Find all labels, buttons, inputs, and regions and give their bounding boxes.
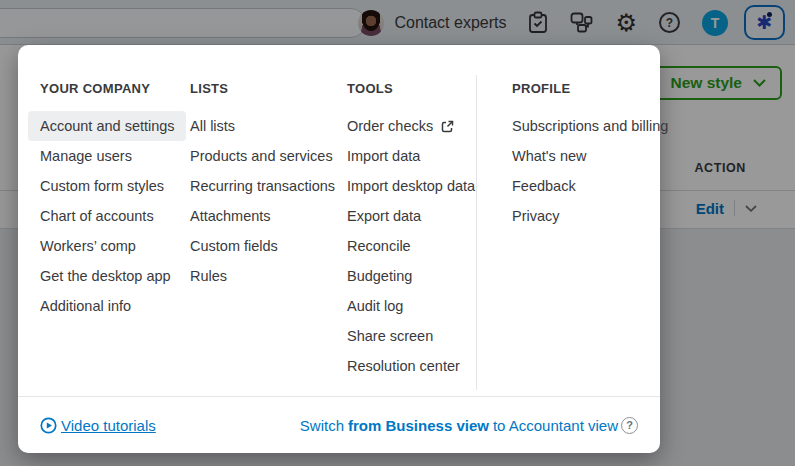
column-title: YOUR COMPANY xyxy=(28,81,186,97)
menu-item-reconcile[interactable]: Reconcile xyxy=(335,231,485,261)
menu-item-share-screen[interactable]: Share screen xyxy=(335,321,485,351)
menu-item-recurring-transactions[interactable]: Recurring transactions xyxy=(178,171,338,201)
menu-item-workers-comp[interactable]: Workers’ comp xyxy=(28,231,186,261)
menu-item-resolution-center[interactable]: Resolution center xyxy=(335,351,485,381)
menu-column-tools: TOOLS Order checks Import data Import de… xyxy=(335,81,485,381)
external-link-icon xyxy=(441,120,454,133)
app-window: Contact experts ⚙ ? T ✱ xyxy=(0,0,795,466)
switch-prefix: Switch xyxy=(300,417,344,434)
switch-help-icon[interactable]: ? xyxy=(621,417,638,434)
column-title: PROFILE xyxy=(500,81,660,97)
menu-item-whats-new[interactable]: What's new xyxy=(500,141,660,171)
menu-item-feedback[interactable]: Feedback xyxy=(500,171,660,201)
menu-item-additional-info[interactable]: Additional info xyxy=(28,291,186,321)
menu-item-budgeting[interactable]: Budgeting xyxy=(335,261,485,291)
menu-item-all-lists[interactable]: All lists xyxy=(178,111,338,141)
menu-column-profile: PROFILE Subscriptions and billing What's… xyxy=(500,81,660,231)
switch-suffix: to Accountant view xyxy=(493,417,618,434)
menu-item-chart-of-accounts[interactable]: Chart of accounts xyxy=(28,201,186,231)
menu-item-account-and-settings[interactable]: Account and settings xyxy=(28,111,186,141)
settings-menu-panel: YOUR COMPANY Account and settings Manage… xyxy=(18,45,660,453)
menu-item-rules[interactable]: Rules xyxy=(178,261,338,291)
menu-item-products-and-services[interactable]: Products and services xyxy=(178,141,338,171)
menu-item-manage-users[interactable]: Manage users xyxy=(28,141,186,171)
menu-item-order-checks[interactable]: Order checks xyxy=(335,111,485,141)
menu-item-label: Order checks xyxy=(347,111,433,141)
play-circle-icon xyxy=(40,417,57,434)
column-title: LISTS xyxy=(178,81,338,97)
menu-item-import-desktop-data[interactable]: Import desktop data xyxy=(335,171,485,201)
menu-item-get-the-desktop-app[interactable]: Get the desktop app xyxy=(28,261,186,291)
menu-item-privacy[interactable]: Privacy xyxy=(500,201,660,231)
switch-bold: from Business view xyxy=(348,417,489,434)
menu-footer: Video tutorials Switch from Business vie… xyxy=(18,396,660,453)
menu-item-export-data[interactable]: Export data xyxy=(335,201,485,231)
switch-view-link[interactable]: Switch from Business view to Accountant … xyxy=(300,417,638,434)
menu-item-attachments[interactable]: Attachments xyxy=(178,201,338,231)
menu-item-audit-log[interactable]: Audit log xyxy=(335,291,485,321)
video-tutorials-label: Video tutorials xyxy=(61,417,156,434)
column-divider xyxy=(476,75,477,390)
menu-item-subscriptions-and-billing[interactable]: Subscriptions and billing xyxy=(500,111,660,141)
menu-column-lists: LISTS All lists Products and services Re… xyxy=(178,81,338,291)
column-title: TOOLS xyxy=(335,81,485,97)
menu-column-your-company: YOUR COMPANY Account and settings Manage… xyxy=(28,81,186,321)
video-tutorials-link[interactable]: Video tutorials xyxy=(40,417,156,434)
menu-item-import-data[interactable]: Import data xyxy=(335,141,485,171)
menu-item-custom-form-styles[interactable]: Custom form styles xyxy=(28,171,186,201)
menu-item-custom-fields[interactable]: Custom fields xyxy=(178,231,338,261)
